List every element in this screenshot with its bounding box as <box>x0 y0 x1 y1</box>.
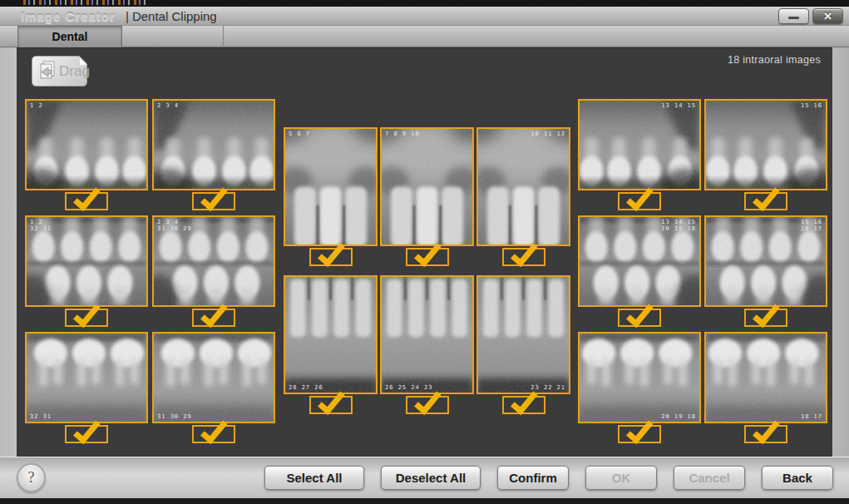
thumbnail-checkbox[interactable] <box>406 396 449 414</box>
xray-thumbnail-frame[interactable]: 13 14 1520 19 18 <box>578 215 701 307</box>
xray-thumbnail[interactable]: 2 3 4 <box>152 99 275 210</box>
xray-image <box>285 129 376 245</box>
xray-thumbnail[interactable]: 26 25 24 23 <box>380 275 474 414</box>
xray-thumbnail-frame[interactable]: 2 3 4 <box>152 99 275 190</box>
thumbnail-checkbox[interactable] <box>406 248 449 266</box>
checkmark-icon <box>198 418 229 444</box>
xray-thumbnail[interactable]: 1 232 31 <box>25 215 148 327</box>
thumbnail-checkbox[interactable] <box>618 192 661 210</box>
window-controls: ✕ <box>778 8 843 24</box>
tooth-number-label: 2 3 4 <box>157 102 179 109</box>
clipped-background-text <box>23 0 148 5</box>
thumbnail-checkbox[interactable] <box>744 425 787 443</box>
xray-thumbnail-frame[interactable]: 7 8 9 10 <box>380 127 474 246</box>
xray-thumbnail-frame[interactable]: 5 6 7 <box>284 127 378 246</box>
checkmark-icon <box>198 185 229 211</box>
thumbnail-checkbox[interactable] <box>744 192 787 210</box>
thumbnail-checkbox[interactable] <box>65 192 108 210</box>
drag-button-label: Drag <box>59 63 90 80</box>
checkmark-icon <box>315 389 346 415</box>
xray-thumbnail[interactable]: 13 14 1520 19 18 <box>578 215 701 327</box>
xray-thumbnail-frame[interactable]: 15 16 <box>704 99 827 190</box>
checkmark-icon <box>71 418 101 444</box>
checkmark-icon <box>624 185 654 211</box>
xray-thumbnail-frame[interactable]: 23 22 21 <box>476 275 570 394</box>
xray-thumbnail[interactable]: 31 30 29 <box>152 332 275 443</box>
tab-dental[interactable]: Dental <box>17 26 122 47</box>
tooth-number-label: 18 17 <box>801 413 822 420</box>
thumbnail-checkbox[interactable] <box>502 248 545 266</box>
xray-thumbnail[interactable]: 23 22 21 <box>476 275 570 414</box>
xray-thumbnail-frame[interactable]: 28 27 26 <box>284 275 378 394</box>
titlebar[interactable]: Image Creator | Dental Clipping ✕ <box>0 7 849 26</box>
xray-thumbnail[interactable]: 28 27 26 <box>284 275 378 414</box>
thumbnail-checkbox[interactable] <box>618 425 661 443</box>
help-button[interactable]: ? <box>17 463 46 492</box>
checkmark-icon <box>508 241 539 267</box>
checkmark-icon <box>412 389 442 415</box>
xray-image <box>382 129 472 245</box>
thumbnail-checkbox[interactable] <box>192 192 235 210</box>
close-button[interactable]: ✕ <box>812 8 843 24</box>
xray-thumbnail-frame[interactable]: 20 19 18 <box>578 332 701 423</box>
xray-thumbnail-frame[interactable]: 15 1618 17 <box>704 215 827 307</box>
thumbnail-checkbox[interactable] <box>618 309 661 327</box>
xray-thumbnail-frame[interactable]: 2 3 431 30 29 <box>152 215 275 307</box>
xray-thumbnail[interactable]: 2 3 431 30 29 <box>152 215 275 327</box>
xray-thumbnail-frame[interactable]: 10 11 12 <box>476 127 570 246</box>
thumbnail-checkbox[interactable] <box>502 396 545 414</box>
back-button[interactable]: Back <box>762 466 833 490</box>
thumbnail-checkbox[interactable] <box>192 425 235 443</box>
xray-thumbnail[interactable]: 32 31 <box>25 332 148 443</box>
checkmark-icon <box>71 302 101 328</box>
content-area: Drag 18 intraoral images 1 2 <box>17 47 832 457</box>
xray-thumbnail[interactable]: 13 14 15 <box>578 99 701 210</box>
tab-bar: Dental <box>0 26 849 47</box>
window-subtitle: | Dental Clipping <box>126 9 217 23</box>
tooth-number-label: 13 14 1520 19 18 <box>661 219 696 232</box>
xray-thumbnail[interactable]: 20 19 18 <box>578 332 701 443</box>
checkmark-icon <box>198 302 229 328</box>
thumbnail-checkbox[interactable] <box>309 248 353 266</box>
select-all-button[interactable]: Select All <box>264 466 364 490</box>
xray-thumbnail-frame[interactable]: 32 31 <box>25 332 148 423</box>
thumbnail-checkbox[interactable] <box>744 309 787 327</box>
thumbnail-checkbox[interactable] <box>192 309 235 327</box>
xray-thumbnail[interactable]: 15 1618 17 <box>704 215 827 327</box>
xray-thumbnail[interactable]: 10 11 12 <box>476 127 570 266</box>
tooth-number-label: 1 232 31 <box>30 219 52 232</box>
xray-thumbnail[interactable]: 15 16 <box>704 99 827 210</box>
thumbnail-checkbox[interactable] <box>309 396 353 414</box>
xray-thumbnail[interactable]: 5 6 7 <box>284 127 378 266</box>
checkmark-icon <box>750 302 781 328</box>
tooth-number-label: 13 14 15 <box>661 102 696 109</box>
xray-thumbnail[interactable]: 7 8 9 10 <box>380 127 474 266</box>
tooth-number-label: 31 30 29 <box>157 413 192 420</box>
xray-image <box>27 101 146 189</box>
xray-thumbnail[interactable]: 18 17 <box>704 332 827 443</box>
checkmark-icon <box>508 389 539 415</box>
xray-thumbnail-frame[interactable]: 13 14 15 <box>578 99 701 190</box>
xray-thumbnail-frame[interactable]: 1 232 31 <box>25 215 148 307</box>
xray-thumbnail-frame[interactable]: 18 17 <box>704 332 827 423</box>
image-creator-window: Image Creator | Dental Clipping ✕ Dental… <box>0 0 849 504</box>
xray-thumbnail-frame[interactable]: 31 30 29 <box>152 332 275 423</box>
cancel-button: Cancel <box>674 466 745 490</box>
checkmark-icon <box>750 185 781 211</box>
desktop-background-sliver <box>0 0 849 7</box>
minimize-button[interactable] <box>778 8 809 24</box>
xray-image <box>478 277 569 393</box>
confirm-button[interactable]: Confirm <box>497 466 569 490</box>
deselect-all-button[interactable]: Deselect All <box>381 466 481 490</box>
tooth-number-label: 10 11 12 <box>531 131 565 137</box>
thumbnail-checkbox[interactable] <box>65 425 108 443</box>
xray-thumbnail-frame[interactable]: 26 25 24 23 <box>380 275 474 394</box>
thumbnail-checkbox[interactable] <box>65 309 108 327</box>
x-icon: ✕ <box>823 10 832 22</box>
drag-button[interactable]: Drag <box>32 56 87 86</box>
xray-thumbnail[interactable]: 1 2 <box>25 99 148 210</box>
tooth-number-label: 1 2 <box>30 102 43 109</box>
xray-thumbnail-frame[interactable]: 1 2 <box>25 99 148 190</box>
xray-image <box>27 334 146 422</box>
xray-image <box>706 334 826 422</box>
